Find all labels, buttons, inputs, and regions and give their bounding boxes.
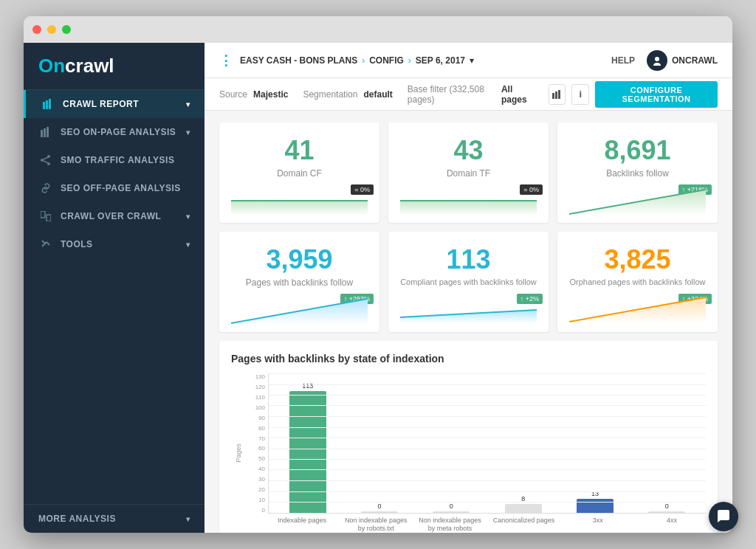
bar-value-meta: 0 [450,503,453,510]
bar-4xx[interactable] [648,511,685,513]
chat-bubble[interactable] [709,502,738,531]
bar-chart-icon [41,99,55,109]
x-label-meta: Non indexable pages by meta robots [416,517,484,533]
breadcrumb-date[interactable]: SEP 6, 2017 [416,55,465,66]
bar-chart-title: Pages with backlinks by state of indexat… [231,353,706,365]
svg-marker-19 [231,201,368,215]
help-link[interactable]: HELP [611,55,635,66]
chevron-icon: ▾ [186,213,190,221]
mini-chart-domain-tf [400,186,537,215]
breadcrumb-sep2: › [408,55,411,66]
bar-group-meta: 0 [419,503,484,513]
sidebar-item-seo-off-page[interactable]: SEO OFF-PAGE ANALYSIS [24,174,205,202]
sidebar-label-seo-on-page: SEO ON-PAGE ANALYSIS [61,127,176,137]
sidebar-bottom: MORE ANALYSIS ▾ [24,504,205,533]
source-label: Source [219,89,247,100]
svg-rect-18 [558,90,560,99]
breadcrumb-section[interactable]: CONFIG [369,55,404,66]
svg-point-15 [653,63,661,66]
bar-group-robots: 0 [346,503,412,513]
metric-card-backlinks-follow: 8,691 Backlinks follow ↑ +218% [557,122,718,223]
bar-value-robots: 0 [377,503,381,510]
compare-icon [38,211,53,221]
svg-line-9 [44,157,48,159]
y-axis-label: Pages [235,443,242,463]
breadcrumb-project[interactable]: EASY CASH - BONS PLANS [240,55,357,66]
bar-canonical[interactable] [505,504,542,513]
metric-label-domain-tf: Domain TF [400,168,537,179]
bar-value-4xx: 0 [665,503,669,510]
bar-indexable[interactable] [289,391,326,513]
sidebar-item-tools[interactable]: TOOLS ▾ [24,230,205,258]
metric-label-compliant-pages: Compliant pages with backlinks follow [400,277,537,286]
user-avatar [647,50,667,71]
topbar: ⋮ EASY CASH - BONS PLANS › CONFIG › SEP … [205,43,732,78]
metrics-row-2: 3,959 Pages with backlinks follow ↑ +283… [219,232,718,332]
sidebar-label-tools: TOOLS [61,239,93,249]
sidebar-item-seo-on-page[interactable]: SEO ON-PAGE ANALYSIS ▾ [24,118,205,146]
logo: Oncrawl [24,43,205,90]
svg-rect-1 [46,100,48,109]
metric-card-pages-backlinks: 3,959 Pages with backlinks follow ↑ +283… [219,232,379,332]
configure-segmentation-btn[interactable]: CONFIGURE SEGMENTATION [595,81,718,108]
chart-icon-btn[interactable] [549,84,566,105]
svg-rect-5 [47,127,49,137]
base-value: All pages [501,84,534,105]
mini-chart-orphaned-pages [569,294,706,323]
metric-card-domain-cf: 41 Domain CF = 0% [219,122,379,223]
svg-rect-17 [555,92,557,99]
app-window: Oncrawl CRAWL REPORT ▾ SEO ON-PAGE ANALY… [24,16,732,533]
mini-chart-compliant-pages [400,294,537,323]
info-icon-btn[interactable]: i [571,84,588,105]
sidebar: Oncrawl CRAWL REPORT ▾ SEO ON-PAGE ANALY… [24,43,205,533]
sidebar-item-crawl-over-crawl[interactable]: CRAWL OVER CRAWL ▾ [24,202,205,230]
bar-3xx[interactable] [577,499,614,513]
bar-robots[interactable] [361,511,398,513]
metric-value-orphaned-pages: 3,825 [569,246,706,273]
sidebar-label-seo-off-page: SEO OFF-PAGE ANALYSIS [61,183,181,193]
chevron-icon: ▾ [186,100,190,108]
bar-group-indexable: 113 [275,382,340,513]
metric-label-pages-backlinks: Pages with backlinks follow [231,277,368,288]
metric-card-orphaned-pages: 3,825 Orphaned pages with backlinks foll… [557,232,718,332]
user-badge[interactable]: ONCRAWL [647,50,718,71]
x-label-robots: Non indexable pages by robots.txt [342,517,410,533]
bar-group-3xx: 13 [562,490,628,513]
topbar-right: HELP ONCRAWL [611,50,718,71]
svg-rect-2 [49,99,51,109]
metrics-row-1: 41 Domain CF = 0% 43 [219,122,718,223]
bar-meta[interactable] [433,511,470,513]
mini-chart-domain-cf [231,186,368,215]
metric-value-pages-backlinks: 3,959 [231,246,368,273]
tools-icon [38,239,53,249]
mini-chart-pages-backlinks [231,295,368,325]
x-label-3xx: 3xx [564,517,632,533]
chevron-down-icon: ▾ [186,515,190,523]
chevron-icon: ▾ [186,241,190,249]
sidebar-item-crawl-report[interactable]: CRAWL REPORT ▾ [24,90,205,118]
share-icon [38,155,53,165]
svg-rect-4 [44,128,46,137]
breadcrumb-sep1: › [362,55,365,66]
titlebar [24,16,732,43]
svg-marker-20 [400,201,537,215]
bar-chart2-icon [38,127,53,137]
svg-line-13 [47,242,49,245]
breadcrumb: EASY CASH - BONS PLANS › CONFIG › SEP 6,… [240,55,474,66]
y-axis-ticks: 1301201101009080706050403020100 [246,373,268,514]
close-btn[interactable] [32,25,41,34]
sidebar-item-more-analysis[interactable]: MORE ANALYSIS ▾ [24,505,205,533]
metric-value-domain-cf: 41 [231,137,368,164]
metric-value-backlinks-follow: 8,691 [569,137,706,164]
minimize-btn[interactable] [47,25,56,34]
x-label-canonical: Canonicalized pages [490,517,558,533]
mini-chart-backlinks-follow [569,186,706,215]
breadcrumb-drop-icon[interactable]: ▾ [470,55,474,66]
sidebar-item-smo-traffic[interactable]: SMO TRAFFIC ANALYSIS [24,146,205,174]
x-label-indexable: Indexable pages [268,517,336,533]
sidebar-label-crawl-over-crawl: CRAWL OVER CRAWL [61,211,161,221]
maximize-btn[interactable] [62,25,71,34]
svg-point-7 [41,159,44,162]
segmentation-value: default [363,89,392,100]
filter-bar: Source Majestic Segmentation default Bas… [205,78,732,111]
